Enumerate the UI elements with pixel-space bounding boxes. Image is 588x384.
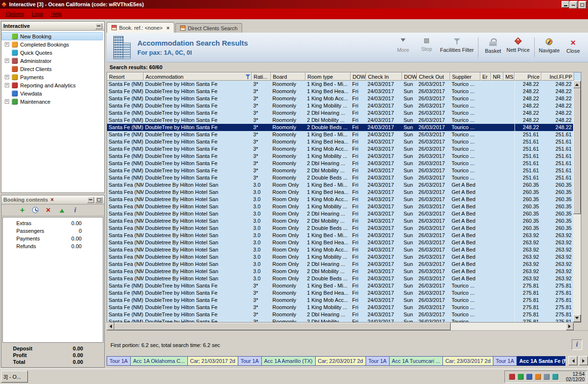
column-header-board[interactable]: Board — [271, 72, 306, 81]
table-row[interactable]: Santa Fe (NM)DoubleTree by Hilton Santa … — [107, 167, 574, 174]
taskbar-window-button[interactable]: 3] - O... — [1, 371, 28, 383]
tab-book-ref-none[interactable]: Book. ref.: <none>× — [107, 22, 174, 33]
scroll-left-button[interactable] — [107, 323, 114, 330]
table-row[interactable]: Santa Fe (NM)DoubleTree by Hilton Santa … — [107, 124, 574, 131]
sidebar-item-maintenance[interactable]: +Maintenance — [1, 97, 103, 106]
expand-plus-icon[interactable]: + — [5, 42, 9, 47]
journey-tab-tour-1a[interactable]: Tour 1A — [238, 356, 262, 366]
tab-close-icon[interactable]: × — [167, 25, 170, 31]
table-row[interactable]: Santa Fea (NM)Doubletree By Hilton Hotel… — [107, 181, 574, 189]
scroll-right-button[interactable] — [566, 323, 574, 330]
tray-orange-icon[interactable] — [535, 373, 541, 380]
table-row[interactable]: Santa Fe (NM)DoubleTree by Hilton Santa … — [107, 289, 574, 297]
sidebar-item-completed-bookings[interactable]: +Completed Bookings — [1, 40, 103, 48]
tray-green-icon[interactable] — [517, 373, 524, 380]
journey-tab-acc-1a-oklahoma-c[interactable]: Acc 1A Oklahoma C... — [131, 356, 188, 366]
tray-blue-icon[interactable] — [526, 373, 532, 380]
column-header-check-out[interactable]: Check Out — [417, 72, 450, 81]
table-row[interactable]: Santa Fea (NM)Doubletree By Hilton Hotel… — [107, 203, 574, 210]
history-icon[interactable] — [32, 207, 38, 213]
column-header-dow[interactable]: DOW — [402, 72, 417, 81]
column-header-nr[interactable]: NR — [491, 72, 503, 81]
sidebar-item-new-booking[interactable]: New Booking — [1, 32, 103, 40]
table-row[interactable]: Santa Fe (NM)DoubleTree by Hilton Santa … — [107, 282, 574, 289]
column-header-ms[interactable]: MS — [503, 72, 514, 81]
journey-tab-acc-1a-amarillo-tx[interactable]: Acc 1A Amarillo (TX) — [262, 356, 316, 366]
transfer-icon[interactable] — [58, 206, 65, 214]
journey-scroll-left-button[interactable] — [568, 356, 577, 365]
column-header-rati[interactable]: Rati... — [252, 72, 271, 81]
menu-item-options[interactable]: Options — [2, 10, 28, 18]
journey-tab-acc-1a-tucumcari[interactable]: Acc 1A Tucumcari ... — [390, 356, 443, 366]
table-row[interactable]: Santa Fe (NM)DoubleTree by Hilton Santa … — [107, 117, 574, 124]
journey-scroll-right-button[interactable] — [579, 356, 588, 365]
table-row[interactable]: Santa Fea (NM)Doubletree By Hilton Hotel… — [107, 189, 574, 196]
minimize-button[interactable] — [562, 1, 569, 8]
journey-tab-car-23-03-2017-2d[interactable]: Car; 23/03/2017 2d — [443, 356, 493, 366]
booking-row-payments[interactable]: Payments0.00 — [3, 235, 103, 242]
scroll-up-button[interactable] — [573, 81, 581, 88]
sidebar-item-quick-quotes[interactable]: Quick Quotes — [1, 48, 103, 57]
table-row[interactable]: Santa Fea (NM)Doubletree By Hilton Hotel… — [107, 246, 574, 253]
table-row[interactable]: Santa Fe (NM)DoubleTree by Hilton Santa … — [107, 81, 574, 88]
sidebar-item-direct-clients[interactable]: Direct Clients — [1, 65, 103, 73]
journey-tab-car-21-03-2017-2d[interactable]: Car; 21/03/2017 2d — [188, 356, 238, 366]
table-row[interactable]: Santa Fe (NM)DoubleTree by Hilton Santa … — [107, 311, 574, 318]
filter-funnel-icon[interactable] — [245, 74, 250, 79]
journey-tab-tour-1a[interactable]: Tour 1A — [493, 356, 517, 366]
column-header-dow[interactable]: DOW — [351, 72, 366, 81]
table-row[interactable]: Santa Fe (NM)DoubleTree by Hilton Santa … — [107, 109, 574, 117]
info-icon[interactable] — [72, 206, 79, 214]
vertical-scroll-thumb[interactable] — [573, 88, 581, 214]
table-row[interactable]: Santa Fe (NM)DoubleTree by Hilton Santa … — [107, 102, 574, 109]
table-row[interactable]: Santa Fe (NM)DoubleTree by Hilton Santa … — [107, 304, 574, 311]
table-row[interactable]: Santa Fea (NM)Doubletree By Hilton Hotel… — [107, 196, 574, 203]
basket-button[interactable]: Basket — [483, 36, 503, 59]
column-header-resort[interactable]: Resort — [107, 72, 144, 81]
scroll-down-button[interactable] — [573, 314, 581, 322]
booking-panel-float-button[interactable] — [95, 197, 102, 203]
booking-row-extras[interactable]: Extras0.00 — [3, 219, 103, 227]
horizontal-scrollbar[interactable] — [107, 323, 574, 330]
tab-area-minimize-button[interactable] — [569, 1, 577, 9]
table-row[interactable]: Santa Fea (NM)Doubletree By Hilton Hotel… — [107, 275, 574, 282]
booking-panel-minimize-button[interactable] — [87, 197, 94, 203]
delete-icon[interactable] — [45, 206, 52, 214]
tray-chart-icon[interactable] — [509, 373, 515, 380]
table-row[interactable]: Santa Fe (NM)DoubleTree by Hilton Santa … — [107, 88, 574, 95]
info-button[interactable] — [572, 339, 582, 350]
table-row[interactable]: Santa Fea (NM)Doubletree By Hilton Hotel… — [107, 210, 574, 217]
table-row[interactable]: Santa Fea (NM)Doubletree By Hilton Hotel… — [107, 239, 574, 246]
table-row[interactable]: Santa Fe (NM)DoubleTree by Hilton Santa … — [107, 145, 574, 153]
table-row[interactable]: Santa Fe (NM)DoubleTree by Hilton Santa … — [107, 297, 574, 304]
navigate-button[interactable]: Navigate — [539, 36, 560, 59]
tab-direct-clients-search[interactable]: Direct Clients Search — [175, 23, 242, 33]
expand-plus-icon[interactable]: + — [5, 75, 9, 79]
column-header-price[interactable]: Price — [514, 72, 541, 81]
sidebar-collapse-button[interactable] — [95, 23, 102, 29]
tray-teal-icon[interactable] — [552, 373, 558, 380]
add-icon[interactable] — [19, 206, 26, 214]
table-row[interactable]: Santa Fea (NM)Doubletree By Hilton Hotel… — [107, 268, 574, 275]
close-button[interactable]: Close — [563, 36, 583, 59]
journey-tab-car-22-03-2017-2d[interactable]: Car; 22/03/2017 2d — [316, 356, 366, 366]
sidebar-item-reporting-and-analytics[interactable]: +Reporting and Analytics — [1, 81, 103, 89]
table-row[interactable]: Santa Fea (NM)Doubletree By Hilton Hotel… — [107, 217, 574, 225]
sidebar-item-viewdata[interactable]: Viewdata — [1, 89, 103, 97]
menu-item-logs[interactable]: Logs — [28, 10, 47, 18]
sidebar-item-administrator[interactable]: +Administrator — [1, 57, 103, 65]
journey-tab-tour-1a[interactable]: Tour 1A — [107, 356, 131, 366]
journey-tab-acc-1a-santa-fe-nm[interactable]: Acc 1A Santa Fe (NM) — [517, 356, 565, 366]
table-row[interactable]: Santa Fe (NM)DoubleTree by Hilton Santa … — [107, 174, 574, 181]
table-row[interactable]: Santa Fe (NM)DoubleTree by Hilton Santa … — [107, 131, 574, 138]
table-row[interactable]: Santa Fe (NM)DoubleTree by Hilton Santa … — [107, 95, 574, 102]
booking-panel-close-icon[interactable]: × — [50, 197, 54, 202]
table-row[interactable]: Santa Fea (NM)Doubletree By Hilton Hotel… — [107, 253, 574, 261]
table-row[interactable]: Santa Fea (NM)Doubletree By Hilton Hotel… — [107, 261, 574, 268]
column-header-er[interactable]: Er — [480, 72, 491, 81]
journey-tab-tour-1a[interactable]: Tour 1A — [366, 356, 390, 366]
table-row[interactable]: Santa Fe (NM)DoubleTree by Hilton Santa … — [107, 160, 574, 167]
nett-price-button[interactable]: Nett Price — [506, 36, 529, 59]
horizontal-scroll-thumb[interactable] — [114, 323, 451, 330]
tab-area-restore-button[interactable] — [578, 1, 586, 9]
